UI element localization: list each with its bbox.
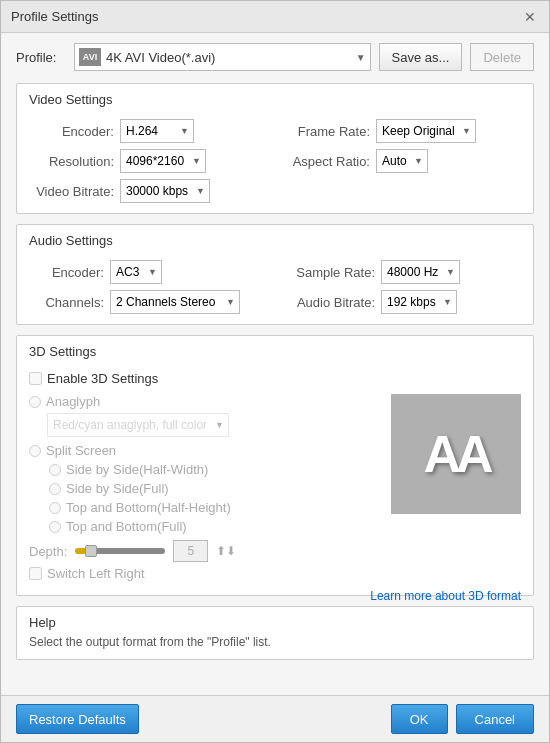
threed-settings-section: 3D Settings Enable 3D Settings Anaglyph … (16, 335, 534, 596)
split-screen-radio[interactable] (29, 445, 41, 457)
audio-encoder-row: Encoder: AC3AACMP3 (29, 260, 265, 284)
help-title: Help (29, 615, 521, 630)
top-bottom-full-text: Top and Bottom(Full) (66, 519, 187, 534)
channels-select[interactable]: 2 Channels StereoMono5.1 Surround (110, 290, 240, 314)
switch-left-right-text: Switch Left Right (47, 566, 145, 581)
threed-left: Anaglyph Red/cyan anaglyph, full color S… (29, 394, 381, 581)
audio-encoder-select-wrap[interactable]: AC3AACMP3 (110, 260, 162, 284)
footer-right: OK Cancel (391, 704, 534, 734)
close-button[interactable]: ✕ (521, 8, 539, 26)
top-bottom-full-label[interactable]: Top and Bottom(Full) (49, 519, 381, 534)
top-bottom-full-radio[interactable] (49, 521, 61, 533)
title-bar: Profile Settings ✕ (1, 1, 549, 33)
audio-settings-section: Audio Settings Encoder: AC3AACMP3 Channe… (16, 224, 534, 325)
save-as-button[interactable]: Save as... (379, 43, 463, 71)
dialog-content: Profile: AVI 4K AVI Video(*.avi) ▼ 4K AV… (1, 33, 549, 695)
sample-rate-select[interactable]: 48000 Hz44100 Hz22050 Hz (381, 260, 460, 284)
split-screen-text: Split Screen (46, 443, 116, 458)
profile-row: Profile: AVI 4K AVI Video(*.avi) ▼ 4K AV… (16, 43, 534, 71)
learn-more-link[interactable]: Learn more about 3D format (370, 589, 521, 603)
side-by-side-full-radio[interactable] (49, 483, 61, 495)
audio-bitrate-label: Audio Bitrate: (285, 295, 375, 310)
switch-row: Switch Left Right (29, 566, 381, 581)
aspect-ratio-row: Aspect Ratio: Auto16:94:3 (285, 149, 521, 173)
video-bitrate-select[interactable]: 30000 kbps20000 kbps15000 kbps (120, 179, 210, 203)
channels-select-wrap[interactable]: 2 Channels StereoMono5.1 Surround (110, 290, 240, 314)
audio-encoder-label: Encoder: (29, 265, 104, 280)
depth-input (173, 540, 208, 562)
video-bitrate-label: Video Bitrate: (29, 184, 114, 199)
video-settings-title: Video Settings (29, 92, 521, 111)
encoder-select[interactable]: H.264H.265MPEG-4 (120, 119, 194, 143)
switch-left-right-checkbox (29, 567, 42, 580)
audio-bitrate-select-wrap[interactable]: 192 kbps128 kbps256 kbps (381, 290, 457, 314)
channels-row: Channels: 2 Channels StereoMono5.1 Surro… (29, 290, 265, 314)
video-bitrate-row: Video Bitrate: 30000 kbps20000 kbps15000… (29, 179, 265, 203)
enable-3d-checkbox[interactable] (29, 372, 42, 385)
profile-label: Profile: (16, 50, 66, 65)
encoder-label: Encoder: (29, 124, 114, 139)
side-by-side-full-text: Side by Side(Full) (66, 481, 169, 496)
audio-bitrate-select[interactable]: 192 kbps128 kbps256 kbps (381, 290, 457, 314)
anaglyph-text: Anaglyph (46, 394, 100, 409)
delete-button[interactable]: Delete (470, 43, 534, 71)
frame-rate-row: Frame Rate: Keep Original2430 (285, 119, 521, 143)
help-text: Select the output format from the "Profi… (29, 635, 521, 649)
sample-rate-row: Sample Rate: 48000 Hz44100 Hz22050 Hz (285, 260, 521, 284)
encoder-row: Encoder: H.264H.265MPEG-4 (29, 119, 265, 143)
ok-button[interactable]: OK (391, 704, 448, 734)
depth-label: Depth: (29, 544, 67, 559)
enable-3d-label[interactable]: Enable 3D Settings (29, 371, 521, 386)
threed-body: Anaglyph Red/cyan anaglyph, full color S… (29, 394, 521, 581)
threed-settings-title: 3D Settings (29, 344, 521, 363)
dialog-title: Profile Settings (11, 9, 98, 24)
aspect-ratio-label: Aspect Ratio: (285, 154, 370, 169)
resolution-label: Resolution: (29, 154, 114, 169)
video-bitrate-select-wrap[interactable]: 30000 kbps20000 kbps15000 kbps (120, 179, 210, 203)
resolution-row: Resolution: 4096*21603840*21601920*1080 (29, 149, 265, 173)
profile-select-container[interactable]: AVI 4K AVI Video(*.avi) ▼ 4K AVI Video(*… (74, 43, 371, 71)
anaglyph-radio-label[interactable]: Anaglyph (29, 394, 381, 409)
channels-label: Channels: (29, 295, 104, 310)
depth-spinner-arrows: ⬆⬇ (216, 544, 236, 558)
side-by-side-full-label[interactable]: Side by Side(Full) (49, 481, 381, 496)
side-by-side-half-text: Side by Side(Half-Width) (66, 462, 208, 477)
depth-row: Depth: ⬆⬇ (29, 540, 381, 562)
aspect-ratio-select-wrap[interactable]: Auto16:94:3 (376, 149, 428, 173)
side-by-side-half-radio[interactable] (49, 464, 61, 476)
video-settings-section: Video Settings Encoder: H.264H.265MPEG-4… (16, 83, 534, 214)
restore-defaults-button[interactable]: Restore Defaults (16, 704, 139, 734)
top-bottom-half-text: Top and Bottom(Half-Height) (66, 500, 231, 515)
anaglyph-radio[interactable] (29, 396, 41, 408)
side-by-side-half-label[interactable]: Side by Side(Half-Width) (49, 462, 381, 477)
resolution-select[interactable]: 4096*21603840*21601920*1080 (120, 149, 206, 173)
dialog-footer: Restore Defaults OK Cancel (1, 695, 549, 742)
aa-preview-text: AA (423, 424, 488, 484)
cancel-button[interactable]: Cancel (456, 704, 534, 734)
audio-bitrate-row: Audio Bitrate: 192 kbps128 kbps256 kbps (285, 290, 521, 314)
profile-settings-dialog: Profile Settings ✕ Profile: AVI 4K AVI V… (0, 0, 550, 743)
anaglyph-select: Red/cyan anaglyph, full color (47, 413, 229, 437)
frame-rate-label: Frame Rate: (285, 124, 370, 139)
top-bottom-half-label[interactable]: Top and Bottom(Half-Height) (49, 500, 381, 515)
aspect-ratio-select[interactable]: Auto16:94:3 (376, 149, 428, 173)
audio-encoder-select[interactable]: AC3AACMP3 (110, 260, 162, 284)
help-section: Help Select the output format from the "… (16, 606, 534, 660)
depth-slider-thumb (85, 545, 97, 557)
audio-settings-title: Audio Settings (29, 233, 521, 252)
top-bottom-half-radio[interactable] (49, 502, 61, 514)
frame-rate-select-wrap[interactable]: Keep Original2430 (376, 119, 476, 143)
sample-rate-select-wrap[interactable]: 48000 Hz44100 Hz22050 Hz (381, 260, 460, 284)
frame-rate-select[interactable]: Keep Original2430 (376, 119, 476, 143)
threed-preview: AA (391, 394, 521, 514)
resolution-select-wrap[interactable]: 4096*21603840*21601920*1080 (120, 149, 206, 173)
encoder-select-wrap[interactable]: H.264H.265MPEG-4 (120, 119, 194, 143)
depth-slider (75, 548, 165, 554)
enable-3d-text: Enable 3D Settings (47, 371, 158, 386)
split-screen-radio-label[interactable]: Split Screen (29, 443, 381, 458)
sample-rate-label: Sample Rate: (285, 265, 375, 280)
anaglyph-select-wrap: Red/cyan anaglyph, full color (47, 413, 229, 437)
